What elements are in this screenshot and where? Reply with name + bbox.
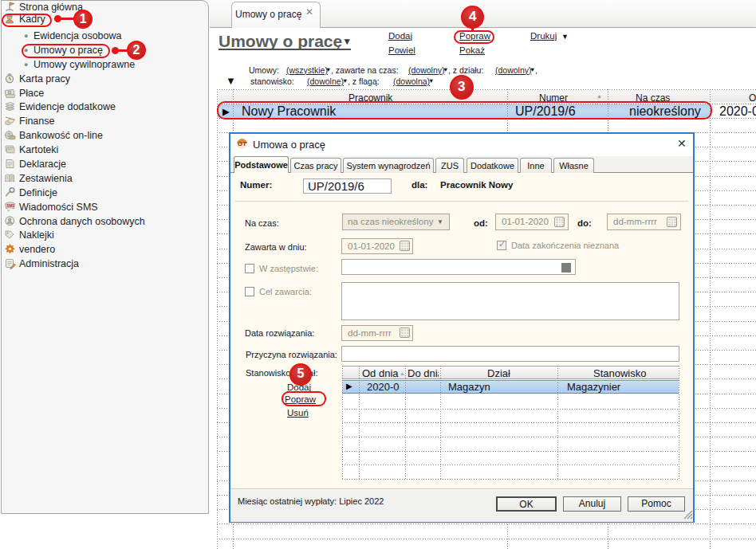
svg-text:SMS: SMS [6,204,14,208]
